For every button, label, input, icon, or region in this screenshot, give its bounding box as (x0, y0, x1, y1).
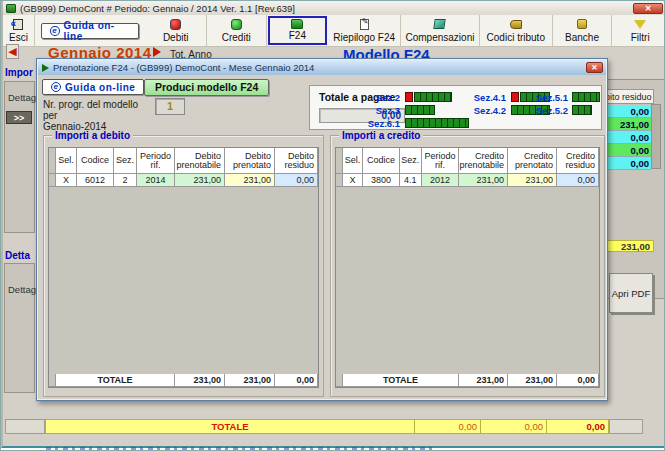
col-header: Debito prenotato (225, 148, 275, 174)
col-header: Credito prenotato (508, 148, 557, 174)
bottom-totale-label: TOTALE (45, 419, 415, 434)
f24-button-selected[interactable]: F24 (268, 16, 328, 45)
next-month-arrow-icon[interactable] (153, 47, 161, 57)
produci-modello-f24-button[interactable]: Produci modello F24 (144, 79, 269, 96)
cell-codice[interactable]: 6012 (77, 174, 114, 187)
nr-progressivo-label: Nr. progr. del modello per Gennaio-2014 (43, 99, 155, 132)
expand-button[interactable]: >> (6, 111, 32, 124)
sez61-indicator (405, 118, 469, 128)
importi-a-debito-groupbox: Importi a debito Sel. Codice Sez. Period… (43, 135, 324, 397)
dettagli-item-label[interactable]: Dettag (8, 92, 36, 103)
credito-legend: Importi a credito (339, 130, 423, 141)
residuo-value-cell[interactable]: 231,00 (602, 118, 651, 131)
importi-section-label: Impor (5, 67, 33, 78)
cell-codice[interactable]: 3800 (363, 174, 399, 187)
residuo-value-cell[interactable]: 0,00 (602, 157, 651, 170)
cell-prenotato[interactable]: 231,00 (508, 174, 557, 187)
cell-prenotabile[interactable]: 231,00 (175, 174, 225, 187)
dettagli-item2-label[interactable]: Dettag (8, 284, 36, 295)
box-3d-icon (434, 19, 446, 29)
total-prenotato: 231,00 (508, 374, 557, 387)
bottom-total-value: 0,00 (481, 419, 547, 434)
app-icon (6, 4, 16, 13)
sez41-label: Sez.4.1 (462, 92, 506, 103)
debito-header-row: Sel. Codice Sez. Periodo rif. Debito pre… (49, 148, 318, 174)
importi-a-credito-groupbox: Importi a credito Sel. Codice Sez. Perio… (330, 135, 605, 397)
codici-tributo-button[interactable]: Codici tributo (480, 15, 553, 46)
help-e-icon: e (50, 26, 60, 36)
nr-progressivo-field[interactable]: 1 (155, 98, 185, 115)
total-prenotabile: 231,00 (175, 374, 225, 387)
bottom-total-value: 0,00 (547, 419, 609, 434)
residuo-value-cell[interactable]: 0,00 (602, 131, 651, 144)
cell-periodo[interactable]: 2014 (137, 174, 175, 187)
banche-button[interactable]: Banche (553, 15, 613, 46)
bank-icon (577, 19, 587, 29)
cell-prenotabile[interactable]: 231,00 (459, 174, 508, 187)
debito-total-row: TOTALE 231,00 231,00 0,00 (49, 374, 318, 387)
screen: (GB999) DemoCont # Periodo: Gennaio / 20… (0, 0, 665, 451)
sez51-indicator (572, 92, 600, 102)
col-header: Periodo rif. (422, 148, 459, 174)
residuo-value-cell[interactable]: 0,00 (602, 144, 651, 157)
filtri-button[interactable]: Filtri (612, 15, 665, 46)
close-window-button[interactable]: ✕ (633, 3, 663, 14)
dialog-guida-online-button[interactable]: e Guida on-line (42, 79, 144, 95)
sez51-label: Sez.5.1 (524, 92, 568, 103)
close-dialog-button[interactable]: ✕ (586, 62, 603, 73)
debiti-red-icon (170, 19, 181, 30)
total-prenotato: 231,00 (225, 374, 275, 387)
crediti-button[interactable]: Crediti (207, 15, 267, 46)
main-titlebar[interactable]: (GB999) DemoCont # Periodo: Gennaio / 20… (3, 1, 665, 15)
col-header: Debito residuo (275, 148, 318, 174)
cell-sez[interactable]: 2 (114, 174, 137, 187)
led-red-segment (405, 92, 413, 102)
debito-data-row[interactable]: X 6012 2 2014 231,00 231,00 0,00 (49, 174, 318, 187)
col-header: Sel. (343, 148, 364, 174)
compensazioni-button[interactable]: Compensazioni (401, 15, 480, 46)
sez61-label: Sez.6.1 (354, 118, 400, 129)
total-prenotabile: 231,00 (459, 374, 508, 387)
left-panel-lower (4, 263, 35, 393)
cell-sel[interactable]: X (56, 174, 77, 187)
debito-table: Sel. Codice Sez. Periodo rif. Debito pre… (48, 147, 319, 388)
col-header: Credito prenotabile (459, 148, 508, 174)
window-title: (GB999) DemoCont # Periodo: Gennaio / 20… (20, 3, 295, 14)
credito-total-row: TOTALE 231,00 231,00 0,00 (336, 374, 599, 387)
cell-residuo[interactable]: 0,00 (557, 174, 599, 187)
col-header: Sez. (400, 148, 422, 174)
total-label: TOTALE (343, 374, 459, 387)
prenotazione-f24-dialog: Prenotazione F24 - (GB999) DemoCont - Me… (36, 58, 608, 401)
prev-month-button[interactable]: ◀ (6, 44, 19, 59)
guida-online-button[interactable]: e Guida on-line (41, 23, 140, 39)
residuo-value-cell[interactable]: 0,00 (602, 105, 651, 118)
cell-sez[interactable]: 4.1 (400, 174, 422, 187)
main-toolbar: Esci e Guida on-line Debiti Crediti F24 … (3, 15, 665, 47)
cell-prenotato[interactable]: 231,00 (225, 174, 275, 187)
debiti-button[interactable]: Debiti (145, 15, 206, 46)
scrollbar-strip[interactable] (651, 104, 661, 169)
col-header: Credito residuo (557, 148, 599, 174)
col-header: Debito prenotabile (175, 148, 225, 174)
cell-sel[interactable]: X (343, 174, 364, 187)
col-header: Sez. (114, 148, 137, 174)
document-pencil-icon (360, 19, 369, 30)
debito-legend: Importi a debito (52, 130, 133, 141)
total-residuo: 0,00 (557, 374, 599, 387)
riepilogo-f24-button[interactable]: Riepilogo F24 (328, 15, 401, 46)
esci-button[interactable]: Esci (3, 15, 35, 46)
cell-periodo[interactable]: 2012 (422, 174, 459, 187)
dialog-titlebar[interactable]: Prenotazione F24 - (GB999) DemoCont - Me… (38, 60, 606, 75)
credito-data-row[interactable]: X 3800 4.1 2012 231,00 231,00 0,00 (336, 174, 599, 187)
col-header: Sel. (56, 148, 77, 174)
apri-pdf-button[interactable]: Apri PDF (609, 273, 653, 313)
bottom-left-cell (5, 419, 45, 434)
crediti-green-icon (231, 19, 242, 30)
left-panel (4, 81, 35, 233)
cell-residuo[interactable]: 0,00 (275, 174, 318, 187)
subtotal-yellow-cell: 231,00 (602, 240, 654, 252)
sez2-indicator (405, 92, 452, 102)
sez3-label: Sez.3 (360, 105, 400, 116)
funnel-icon (634, 20, 646, 29)
credito-header-row: Sel. Codice Sez. Periodo rif. Credito pr… (336, 148, 599, 174)
